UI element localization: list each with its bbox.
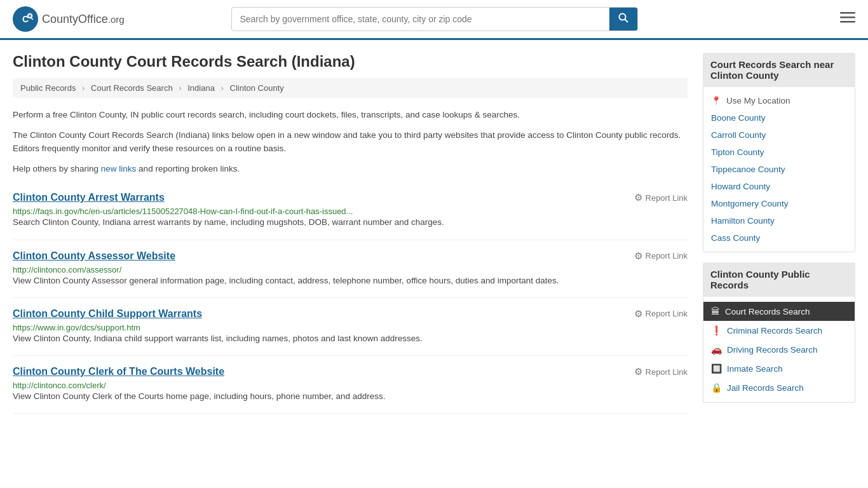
- svg-rect-8: [840, 17, 855, 18]
- pr-icon-2: 🚗: [711, 344, 722, 355]
- report-icon-2: ⚙: [634, 308, 642, 320]
- location-icon: 📍: [711, 96, 721, 105]
- result-desc-3: View Clinton County Clerk of the Courts …: [13, 390, 688, 403]
- svg-rect-7: [840, 12, 855, 14]
- breadcrumb: Public Records › Court Records Search › …: [13, 78, 688, 98]
- pr-label-3: Inmate Search: [727, 364, 783, 374]
- search-button[interactable]: [609, 8, 637, 30]
- nearby-section: Court Records Search near Clinton County…: [703, 53, 855, 252]
- intro-paragraph-1: Perform a free Clinton County, IN public…: [13, 108, 688, 122]
- county-link-7[interactable]: Cass County: [703, 229, 855, 247]
- svg-rect-9: [840, 21, 855, 23]
- county-link-2[interactable]: Tipton County: [703, 144, 855, 161]
- logo[interactable]: C CountyOffice.org: [13, 6, 125, 32]
- public-records-content: 🏛 Court Records Search ❗ Criminal Record…: [703, 297, 855, 403]
- use-location-label: Use My Location: [726, 96, 790, 105]
- report-link-2[interactable]: ⚙ Report Link: [634, 308, 688, 320]
- result-url-3[interactable]: http://clintonco.com/clerk/: [13, 381, 106, 390]
- pr-icon-3: 🔲: [711, 363, 722, 374]
- county-link-3[interactable]: Tippecanoe County: [703, 161, 855, 178]
- logo-text: CountyOffice.org: [42, 13, 125, 26]
- result-url-1[interactable]: http://clintonco.com/assessor/: [13, 265, 121, 274]
- search-bar: [231, 7, 638, 31]
- pr-icon-0: 🏛: [711, 306, 720, 316]
- result-header: Clinton County Arrest Warrants ⚙ Report …: [13, 192, 688, 203]
- public-record-item-1[interactable]: ❗ Criminal Records Search: [703, 321, 855, 340]
- result-header: Clinton County Assessor Website ⚙ Report…: [13, 250, 688, 262]
- public-record-item-4[interactable]: 🔒 Jail Records Search: [703, 378, 855, 397]
- public-record-item-0[interactable]: 🏛 Court Records Search: [703, 302, 855, 321]
- site-header: C CountyOffice.org: [0, 0, 868, 40]
- logo-icon: C: [13, 6, 38, 32]
- result-title[interactable]: Clinton County Child Support Warrants: [13, 308, 202, 320]
- result-item: Clinton County Child Support Warrants ⚙ …: [13, 298, 688, 356]
- result-desc-2: View Clinton County, Indiana child suppo…: [13, 332, 688, 345]
- pr-label-1: Criminal Records Search: [727, 326, 822, 336]
- public-records-items: 🏛 Court Records Search ❗ Criminal Record…: [703, 302, 855, 397]
- county-link-5[interactable]: Montgomery County: [703, 195, 855, 212]
- pr-label-0: Court Records Search: [725, 307, 810, 316]
- results-list: Clinton County Arrest Warrants ⚙ Report …: [13, 182, 688, 414]
- result-header: Clinton County Child Support Warrants ⚙ …: [13, 308, 688, 320]
- search-input[interactable]: [232, 9, 609, 29]
- menu-icon[interactable]: [840, 10, 855, 29]
- report-icon-3: ⚙: [634, 366, 642, 377]
- breadcrumb-public-records[interactable]: Public Records: [20, 83, 76, 93]
- report-link-0[interactable]: ⚙ Report Link: [634, 192, 688, 203]
- result-url-2[interactable]: https://www.in.gov/dcs/support.htm: [13, 323, 140, 332]
- breadcrumb-indiana[interactable]: Indiana: [187, 83, 215, 93]
- page-title: Clinton County Court Records Search (Ind…: [13, 53, 688, 71]
- county-link-4[interactable]: Howard County: [703, 178, 855, 195]
- pr-icon-4: 🔒: [711, 383, 722, 393]
- result-header: Clinton County Clerk of The Courts Websi…: [13, 366, 688, 377]
- breadcrumb-clinton-county[interactable]: Clinton County: [230, 83, 284, 93]
- pr-label-4: Jail Records Search: [727, 383, 804, 393]
- result-url-0[interactable]: https://faqs.in.gov/hc/en-us/articles/11…: [13, 207, 353, 216]
- result-item: Clinton County Arrest Warrants ⚙ Report …: [13, 182, 688, 240]
- public-record-item-2[interactable]: 🚗 Driving Records Search: [703, 340, 855, 359]
- public-records-header: Clinton County Public Records: [703, 262, 855, 297]
- use-location-link[interactable]: 📍 Use My Location: [703, 92, 855, 109]
- result-desc-1: View Clinton County Assessor general inf…: [13, 274, 688, 287]
- nearby-section-content: 📍 Use My Location Boone CountyCarroll Co…: [703, 87, 855, 252]
- report-icon-0: ⚙: [634, 192, 642, 203]
- svg-line-6: [625, 20, 628, 23]
- county-links: Boone CountyCarroll CountyTipton CountyT…: [703, 109, 855, 247]
- sidebar: Court Records Search near Clinton County…: [703, 53, 855, 414]
- intro-paragraph-3: Help others by sharing new links and rep…: [13, 162, 688, 176]
- page-container: Clinton County Court Records Search (Ind…: [0, 40, 868, 426]
- public-record-item-3[interactable]: 🔲 Inmate Search: [703, 359, 855, 378]
- result-title[interactable]: Clinton County Clerk of The Courts Websi…: [13, 366, 224, 377]
- result-item: Clinton County Clerk of The Courts Websi…: [13, 356, 688, 414]
- result-title[interactable]: Clinton County Arrest Warrants: [13, 192, 165, 203]
- result-desc-0: Search Clinton County, Indiana arrest wa…: [13, 216, 688, 229]
- intro-paragraph-2: The Clinton County Court Records Search …: [13, 128, 688, 156]
- result-title[interactable]: Clinton County Assessor Website: [13, 250, 175, 262]
- county-link-0[interactable]: Boone County: [703, 109, 855, 126]
- county-link-1[interactable]: Carroll County: [703, 126, 855, 144]
- county-link-6[interactable]: Hamilton County: [703, 212, 855, 229]
- pr-icon-1: ❗: [711, 325, 722, 336]
- new-links-link[interactable]: new links: [101, 164, 137, 173]
- public-records-section: Clinton County Public Records 🏛 Court Re…: [703, 262, 855, 403]
- svg-point-5: [620, 14, 626, 20]
- report-icon-1: ⚙: [634, 250, 642, 262]
- result-item: Clinton County Assessor Website ⚙ Report…: [13, 240, 688, 298]
- pr-label-2: Driving Records Search: [727, 345, 818, 355]
- report-link-1[interactable]: ⚙ Report Link: [634, 250, 688, 262]
- report-link-3[interactable]: ⚙ Report Link: [634, 366, 688, 377]
- main-content: Clinton County Court Records Search (Ind…: [13, 53, 688, 414]
- breadcrumb-court-records[interactable]: Court Records Search: [91, 83, 173, 93]
- nearby-section-header: Court Records Search near Clinton County: [703, 53, 855, 87]
